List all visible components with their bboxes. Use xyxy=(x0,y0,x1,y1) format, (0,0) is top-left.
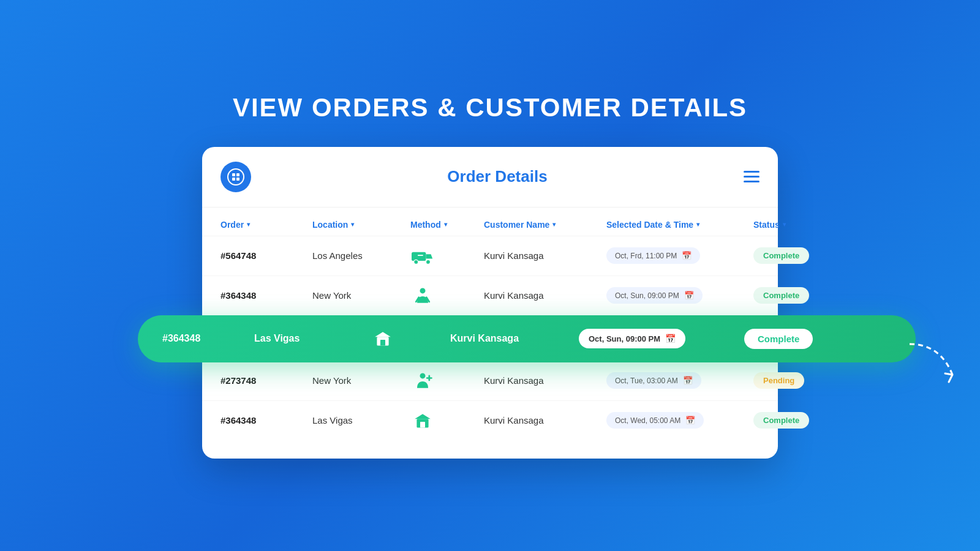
status: Complete xyxy=(753,412,833,429)
svg-rect-3 xyxy=(232,178,235,181)
hl-location: Las Vigas xyxy=(254,333,371,344)
status: Pending xyxy=(753,372,833,389)
svg-point-0 xyxy=(228,169,244,185)
status: Complete xyxy=(753,287,833,304)
chevron-down-icon: ▾ xyxy=(696,221,699,228)
location: New York xyxy=(312,375,410,386)
store-icon xyxy=(372,330,394,347)
col-order[interactable]: Order ▾ xyxy=(221,220,312,230)
table-body: #564748 Los Angeles Kurvi Kansaga Oct, F… xyxy=(202,236,778,440)
customer-name: Kurvi Kansaga xyxy=(484,290,606,301)
chevron-down-icon: ▾ xyxy=(247,221,250,228)
pickup-person-icon xyxy=(412,287,434,304)
delivery-icon xyxy=(412,247,434,264)
store-icon xyxy=(412,412,434,429)
datetime: Oct, Wed, 05:00 AM 📅 xyxy=(606,412,753,429)
chevron-down-icon: ▾ xyxy=(552,221,556,228)
col-location[interactable]: Location ▾ xyxy=(312,220,410,230)
status-badge: Complete xyxy=(753,287,809,304)
card-title: Order Details xyxy=(447,167,547,186)
datetime: Oct, Tue, 03:00 AM 📅 xyxy=(606,372,753,389)
card-header: Order Details xyxy=(202,147,778,208)
svg-rect-4 xyxy=(236,178,239,181)
order-details-card: Order Details Order ▾ Location ▾ Method … xyxy=(202,147,778,459)
order-id: #273748 xyxy=(221,375,312,386)
date-badge: Oct, Tue, 03:00 AM 📅 xyxy=(606,372,701,389)
svg-point-11 xyxy=(420,373,426,378)
table-row[interactable]: #364348 New York Kurvi Kansaga Oct, Sun,… xyxy=(202,276,778,315)
order-id: #364348 xyxy=(221,415,312,425)
highlight-row[interactable]: #364348 Las Vigas Kurvi Kansaga Oct, Sun… xyxy=(138,315,916,362)
svg-point-8 xyxy=(420,288,426,293)
page-title: VIEW ORDERS & CUSTOMER DETAILS xyxy=(233,93,747,122)
calendar-icon: 📅 xyxy=(685,416,695,425)
datetime: Oct, Sun, 09:00 PM 📅 xyxy=(606,287,753,304)
customer-name: Kurvi Kansaga xyxy=(484,250,606,261)
calendar-icon: 📅 xyxy=(682,251,692,260)
status-badge: Complete xyxy=(753,247,809,264)
table-row[interactable]: #364348 Las Vigas Kurvi Kansaga Oct, Wed… xyxy=(202,400,778,440)
customer-name: Kurvi Kansaga xyxy=(484,415,606,425)
hl-status-badge: Complete xyxy=(744,329,813,349)
calendar-icon: 📅 xyxy=(684,291,694,300)
svg-rect-10 xyxy=(380,340,385,346)
svg-rect-1 xyxy=(232,173,235,176)
chevron-down-icon: ▾ xyxy=(783,221,786,228)
method-icon xyxy=(410,246,435,266)
svg-point-7 xyxy=(426,260,430,264)
table-header: Order ▾ Location ▾ Method ▾ Customer Nam… xyxy=(202,208,778,236)
status-badge: Pending xyxy=(753,372,804,389)
pickup-store-icon xyxy=(412,372,434,389)
method-icon xyxy=(410,371,435,391)
logo-icon xyxy=(227,168,245,186)
svg-rect-2 xyxy=(236,173,239,176)
date-badge: Oct, Frd, 11:00 PM 📅 xyxy=(606,247,700,264)
method-icon xyxy=(410,286,435,305)
svg-rect-15 xyxy=(420,422,425,428)
svg-rect-5 xyxy=(412,252,426,260)
datetime: Oct, Frd, 11:00 PM 📅 xyxy=(606,247,753,264)
hl-method-icon xyxy=(371,329,395,348)
customer-name: Kurvi Kansaga xyxy=(484,375,606,386)
chevron-down-icon: ▾ xyxy=(444,221,447,228)
order-id: #364348 xyxy=(221,290,312,301)
col-status[interactable]: Status ▾ xyxy=(753,220,833,230)
dashed-arrow-icon xyxy=(903,338,965,387)
method-icon xyxy=(410,411,435,430)
date-badge: Oct, Wed, 05:00 AM 📅 xyxy=(606,412,704,429)
menu-button[interactable] xyxy=(744,171,760,182)
table-row[interactable]: #564748 Los Angeles Kurvi Kansaga Oct, F… xyxy=(202,236,778,276)
hl-status: Complete xyxy=(744,329,848,349)
location: Los Angeles xyxy=(312,250,410,261)
status: Complete xyxy=(753,247,833,264)
col-datetime[interactable]: Selected Date & Time ▾ xyxy=(606,220,753,230)
order-id: #564748 xyxy=(221,250,312,261)
svg-point-6 xyxy=(414,260,418,264)
table-row[interactable]: #273748 New York Kurvi Kansaga Oct, Tue,… xyxy=(202,361,778,400)
col-customer[interactable]: Customer Name ▾ xyxy=(484,220,606,230)
status-badge: Complete xyxy=(753,412,809,429)
hl-customer: Kurvi Kansaga xyxy=(450,333,579,344)
logo xyxy=(221,162,251,192)
col-method[interactable]: Method ▾ xyxy=(410,220,484,230)
hl-date-badge: Oct, Sun, 09:00 PM 📅 xyxy=(579,329,685,348)
location: Las Vigas xyxy=(312,415,410,425)
chevron-down-icon: ▾ xyxy=(351,221,354,228)
date-badge: Oct, Sun, 09:00 PM 📅 xyxy=(606,287,703,304)
hl-order-id: #364348 xyxy=(162,333,254,344)
calendar-icon: 📅 xyxy=(665,334,676,343)
hl-datetime: Oct, Sun, 09:00 PM 📅 xyxy=(579,329,744,348)
calendar-icon: 📅 xyxy=(683,376,693,385)
location: New York xyxy=(312,290,410,301)
